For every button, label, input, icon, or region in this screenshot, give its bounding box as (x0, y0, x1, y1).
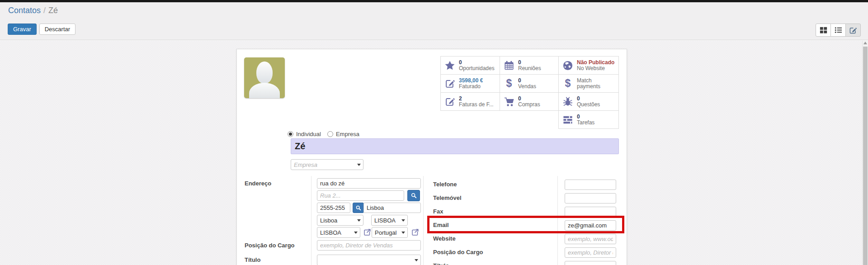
tasks-icon (562, 114, 574, 126)
chevron-down-icon (415, 259, 418, 261)
breadcrumb-separator: / (43, 6, 46, 15)
phone-input[interactable] (565, 180, 616, 190)
email-input[interactable] (565, 220, 616, 231)
view-switcher (816, 24, 861, 37)
stat-value: 2 (459, 96, 494, 102)
company-select[interactable]: Empresa (291, 159, 363, 170)
stat-value: 0 (459, 60, 495, 66)
chevron-down-icon (401, 232, 405, 234)
country-external-link-button[interactable] (410, 228, 420, 237)
country-select[interactable]: Portugal (372, 227, 408, 238)
breadcrumb-contatos-link[interactable]: Contatos (8, 6, 41, 15)
dollar-icon: $ (562, 78, 574, 90)
stat-value: 3598,00 € (459, 78, 483, 84)
stat-value: 0 (518, 60, 541, 66)
avatar-silhouette-shoulders (249, 83, 280, 98)
zip-input[interactable] (317, 203, 350, 213)
chevron-down-icon (357, 219, 361, 222)
invoice-edit-icon (444, 96, 456, 108)
city-input[interactable] (363, 203, 421, 213)
stat-buttons-column-3: Não PublicadoNo Website $ Matchpayments … (558, 56, 619, 129)
stat-button-website-publish[interactable]: Não PublicadoNo Website (558, 56, 619, 75)
breadcrumb: Contatos/Zé (8, 6, 58, 15)
calendar-icon (503, 60, 515, 71)
contact-type-selector: Individual Empresa (288, 131, 363, 137)
mobile-input[interactable] (565, 193, 616, 203)
discard-button[interactable]: Descartar (39, 24, 75, 35)
search-icon (355, 205, 362, 211)
stat-label: Reuniões (518, 66, 541, 71)
search-icon (410, 192, 417, 199)
vertical-scrollbar[interactable] (862, 41, 868, 265)
chevron-down-icon (401, 219, 405, 222)
kanban-view-button[interactable] (816, 24, 831, 37)
job-position-input[interactable] (317, 240, 421, 251)
contact-sheet: 0Oportunidades 3598,00 €Faturado 2Fatura… (236, 49, 627, 265)
stat-label: Faturado (459, 84, 483, 90)
company-radio-label[interactable]: Empresa (336, 131, 359, 137)
stat-label: Faturas de F... (459, 102, 494, 108)
individual-radio[interactable] (288, 131, 293, 137)
stat-button-opportunities[interactable]: 0Oportunidades (440, 56, 500, 75)
company-select-placeholder: Empresa (294, 161, 317, 168)
phone-label: Telefone (433, 181, 457, 188)
stat-label: Questões (577, 102, 600, 108)
stat-button-sales[interactable]: $ 0Vendas (500, 74, 559, 93)
street2-input[interactable] (317, 190, 404, 201)
municipality-select[interactable]: LISBOA (317, 227, 360, 238)
zip-search-button[interactable] (353, 203, 364, 213)
district-select[interactable]: Lisboa (317, 215, 363, 226)
stat-button-vendor-bills[interactable]: 2Faturas de F... (440, 92, 500, 111)
save-button[interactable]: Gravar (8, 24, 37, 35)
district-select-value: Lisboa (320, 217, 337, 224)
grid-icon (819, 26, 828, 34)
stat-buttons-column-1: 0Oportunidades 3598,00 €Faturado 2Fatura… (440, 56, 500, 111)
country-select-value: Portugal (375, 229, 396, 236)
stat-label: Compras (518, 102, 540, 108)
street2-search-button[interactable] (407, 190, 420, 201)
invoice-edit-icon (444, 78, 456, 90)
region-select[interactable]: LISBOA (371, 215, 408, 226)
job-position-right-input[interactable] (565, 247, 616, 258)
stat-button-tasks[interactable]: 0Tarefas (558, 110, 619, 129)
stat-buttons-column-2: 0Reuniões $ 0Vendas 0Compras (500, 56, 559, 111)
avatar[interactable] (244, 57, 285, 98)
fax-label: Fax (433, 208, 443, 215)
job-position-right-label: Posição do Cargo (433, 249, 483, 256)
stat-button-meetings[interactable]: 0Reuniões (500, 56, 559, 75)
stat-value: Não Publicado (577, 60, 614, 66)
edit-icon (849, 26, 857, 34)
stat-value: 0 (518, 78, 536, 84)
mobile-label: Telemóvel (433, 194, 462, 201)
municipality-select-value: LISBOA (320, 229, 341, 236)
globe-icon (562, 60, 574, 71)
stat-button-invoiced[interactable]: 3598,00 €Faturado (440, 74, 500, 93)
star-icon (444, 60, 456, 71)
individual-radio-label[interactable]: Individual (296, 131, 321, 137)
form-view-button[interactable] (845, 24, 861, 37)
email-label: Email (433, 222, 449, 228)
stat-button-issues[interactable]: 0Questões (558, 92, 619, 111)
cart-icon (503, 96, 515, 108)
chevron-down-icon (354, 232, 358, 234)
group-separator (423, 176, 424, 265)
stat-button-purchases[interactable]: 0Compras (500, 92, 559, 111)
contact-form-screen: Contatos/Zé Gravar Descartar (0, 0, 868, 265)
title-select[interactable] (317, 255, 421, 265)
website-input[interactable] (565, 234, 616, 244)
name-input[interactable] (291, 138, 619, 154)
region-select-value: LISBOA (374, 217, 396, 224)
stat-button-match-payments[interactable]: $ Matchpayments (558, 74, 619, 93)
list-view-button[interactable] (830, 24, 846, 37)
scroll-up-arrow-icon[interactable] (863, 42, 867, 44)
group-separator (311, 176, 311, 265)
company-radio[interactable] (327, 131, 333, 137)
address-section-label: Endereço (245, 180, 271, 187)
scrollbar-thumb[interactable] (863, 47, 868, 265)
street-input[interactable] (317, 178, 421, 189)
title-right-input[interactable] (565, 261, 616, 265)
fax-input[interactable] (565, 207, 616, 217)
chevron-down-icon (357, 164, 361, 166)
bug-icon (562, 96, 574, 108)
municipality-external-link-button[interactable] (363, 228, 372, 237)
